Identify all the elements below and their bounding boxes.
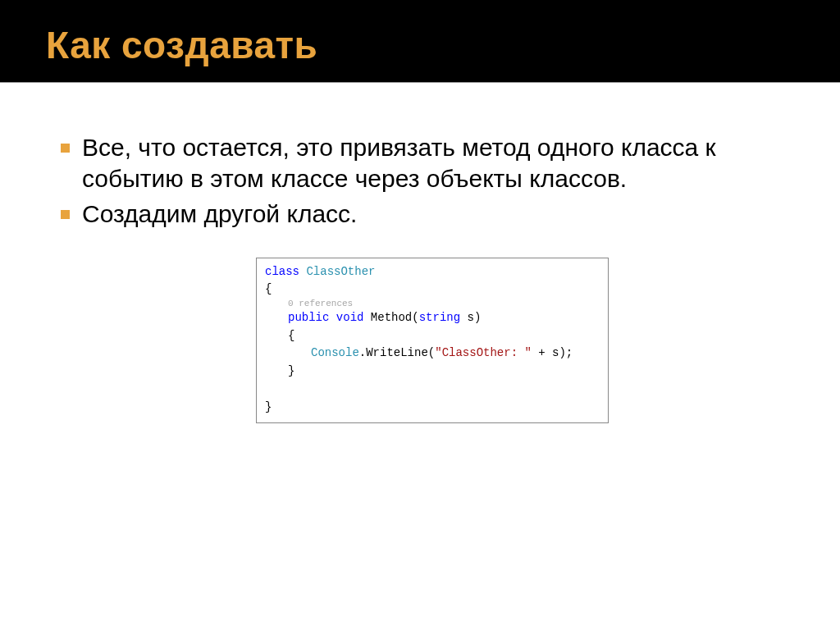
brace: } <box>265 363 600 381</box>
bullet-text: Создадим другой класс. <box>82 200 357 227</box>
type-console: Console <box>311 346 359 359</box>
param: s) <box>460 311 481 324</box>
concat-expr: + s); <box>532 346 573 359</box>
call-writeline: .WriteLine( <box>359 346 435 359</box>
codelens-references: 0 references <box>265 299 600 309</box>
code-snippet: class ClassOther { 0 references public v… <box>256 258 609 424</box>
paren-open: ( <box>412 311 418 324</box>
keyword-void: void <box>336 311 364 324</box>
bullet-text: Все, что остается, это привязать метод о… <box>82 134 716 192</box>
class-name: ClassOther <box>306 265 375 278</box>
slide-body: Все, что остается, это привязать метод о… <box>0 83 840 423</box>
bullet-item: Создадим другой класс. <box>82 199 783 230</box>
slide-header: Как создавать <box>0 0 840 83</box>
brace: { <box>265 327 600 345</box>
brace: } <box>265 400 272 413</box>
brace: { <box>265 282 272 295</box>
string-literal: "ClassOther: " <box>435 346 532 359</box>
keyword-class: class <box>265 265 299 278</box>
keyword-string: string <box>419 311 460 324</box>
keyword-public: public <box>288 311 329 324</box>
method-name: Method <box>371 311 412 324</box>
slide-title: Как создавать <box>46 23 807 67</box>
slide: Как создавать Все, что остается, это при… <box>0 0 840 630</box>
bullet-item: Все, что остается, это привязать метод о… <box>82 132 783 194</box>
